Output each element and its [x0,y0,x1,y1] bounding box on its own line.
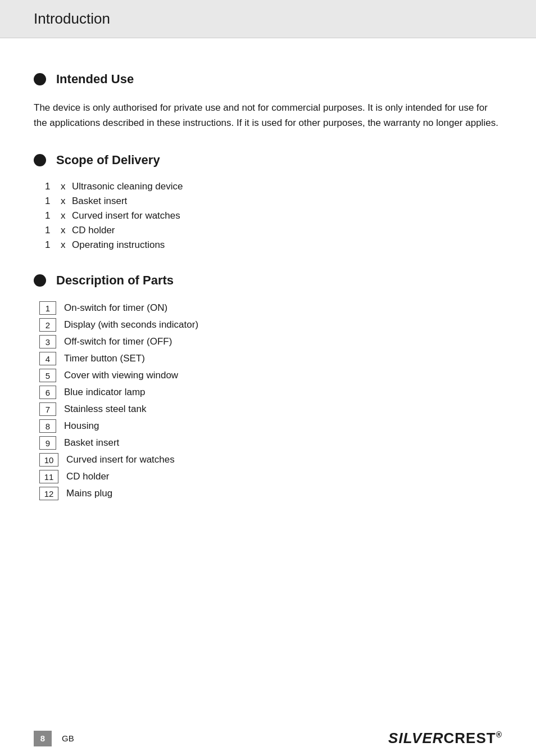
part-label-3: Off-switch for timer (OFF) [64,336,172,347]
brand-logo: SilverCrest® [388,730,502,747]
list-item: 1 x Operating instructions [45,239,502,251]
part-num-10: 10 [39,453,58,467]
bullet-circle-scope [34,154,46,166]
part-num-6: 6 [39,386,56,399]
list-item: 1 x Curved insert for watches [45,210,502,221]
delivery-x-5: x [61,239,72,251]
delivery-label-5: Operating instructions [72,239,165,251]
part-num-11: 11 [39,470,58,483]
list-item: 2 Display (with seconds indicator) [39,318,502,332]
part-num-8: 8 [39,419,56,433]
list-item: 1 x CD holder [45,225,502,236]
part-num-12: 12 [39,487,58,500]
intended-use-section: Intended Use The device is only authoris… [34,72,502,130]
list-item: 12 Mains plug [39,487,502,500]
delivery-label-3: Curved insert for watches [72,210,180,221]
page: Introduction Intended Use The device is … [0,0,536,756]
delivery-x-2: x [61,196,72,207]
scope-title: Scope of Delivery [56,153,160,168]
part-num-9: 9 [39,436,56,450]
list-item: 11 CD holder [39,470,502,483]
brand-text: SilverCrest® [388,730,502,746]
delivery-label-4: CD holder [72,225,115,236]
brand-crest: Crest [444,730,496,746]
part-label-4: Timer button (SET) [64,353,145,364]
part-num-7: 7 [39,402,56,416]
description-of-parts-section: Description of Parts 1 On-switch for tim… [34,273,502,500]
parts-title: Description of Parts [56,273,174,288]
intended-use-body: The device is only authorised for privat… [34,100,502,130]
main-content: Intended Use The device is only authoris… [0,38,536,568]
delivery-x-4: x [61,225,72,236]
part-label-8: Housing [64,420,99,432]
brand-silver: Silver [388,730,443,746]
delivery-list: 1 x Ultrasonic cleaning device 1 x Baske… [45,181,502,251]
scope-of-delivery-section: Scope of Delivery 1 x Ultrasonic cleanin… [34,153,502,251]
list-item: 9 Basket insert [39,436,502,450]
intended-use-title: Intended Use [56,72,134,87]
scope-heading: Scope of Delivery [34,153,502,168]
delivery-qty-4: 1 [45,225,61,236]
footer-page-number: 8 GB [34,731,74,746]
list-item: 1 x Basket insert [45,196,502,207]
part-label-6: Blue indicator lamp [64,387,146,398]
part-num-5: 5 [39,369,56,382]
list-item: 3 Off-switch for timer (OFF) [39,335,502,348]
list-item: 1 On-switch for timer (ON) [39,301,502,315]
delivery-label-1: Ultrasonic cleaning device [72,181,183,192]
delivery-qty-3: 1 [45,210,61,221]
part-label-12: Mains plug [66,488,112,499]
brand-registered: ® [496,730,502,739]
delivery-x-1: x [61,181,72,192]
page-number-box: 8 [34,731,52,746]
part-num-2: 2 [39,318,56,332]
list-item: 7 Stainless steel tank [39,402,502,416]
page-title: Introduction [34,10,110,27]
footer-language: GB [62,734,74,743]
delivery-qty-1: 1 [45,181,61,192]
delivery-qty-5: 1 [45,239,61,251]
part-label-1: On-switch for timer (ON) [64,302,167,314]
footer: 8 GB SilverCrest® [0,721,536,756]
part-label-2: Display (with seconds indicator) [64,319,198,331]
bullet-circle-intended-use [34,73,46,85]
part-label-5: Cover with viewing window [64,370,178,381]
parts-list: 1 On-switch for timer (ON) 2 Display (wi… [39,301,502,500]
parts-heading: Description of Parts [34,273,502,288]
delivery-label-2: Basket insert [72,196,127,207]
part-num-3: 3 [39,335,56,348]
part-label-11: CD holder [66,471,110,482]
part-label-9: Basket insert [64,437,119,449]
delivery-qty-2: 1 [45,196,61,207]
list-item: 8 Housing [39,419,502,433]
list-item: 1 x Ultrasonic cleaning device [45,181,502,192]
part-num-1: 1 [39,301,56,315]
part-num-4: 4 [39,352,56,365]
intended-use-heading: Intended Use [34,72,502,87]
delivery-x-3: x [61,210,72,221]
header-bar: Introduction [0,0,536,38]
list-item: 4 Timer button (SET) [39,352,502,365]
part-label-10: Curved insert for watches [66,454,175,465]
part-label-7: Stainless steel tank [64,404,146,415]
list-item: 6 Blue indicator lamp [39,386,502,399]
bullet-circle-parts [34,274,46,287]
list-item: 10 Curved insert for watches [39,453,502,467]
list-item: 5 Cover with viewing window [39,369,502,382]
